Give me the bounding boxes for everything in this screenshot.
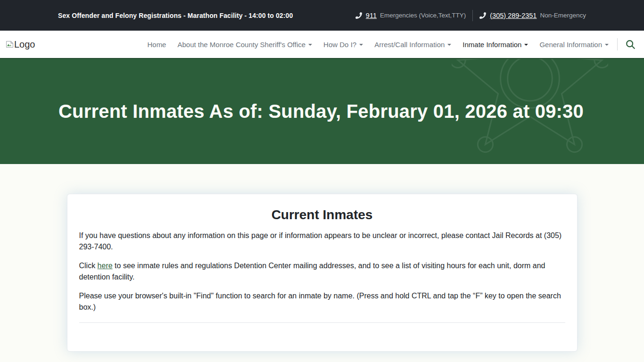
search-tip-paragraph: Please use your browser's built-in "Find… [79,290,565,313]
search-button[interactable] [622,37,638,51]
emergency-number-link[interactable]: 911 [366,12,377,19]
chevron-down-icon [605,44,609,46]
chevron-down-icon [359,44,363,46]
broken-image-icon [6,40,14,49]
top-alert-bar: Sex Offender and Felony Registrations - … [0,0,644,31]
nav-item-home[interactable]: Home [143,37,170,52]
phone-icon [479,12,486,19]
main-content: Current Inmates If you have questions ab… [0,164,644,362]
chevron-down-icon [524,44,528,46]
emergency-phone-group: 911 Emergencies (Voice,Text,TTY) [355,12,466,19]
nav-item-how-do-i[interactable]: How Do I? [320,37,367,52]
site-logo[interactable]: Logo [6,39,35,50]
phone-links: 911 Emergencies (Voice,Text,TTY) (305) 2… [355,10,586,21]
card-footer-spacer [79,323,565,337]
chevron-down-icon [308,44,312,46]
nav-item-inmate-information[interactable]: Inmate Information [459,37,532,52]
non-emergency-phone-group: (305) 289-2351 Non-Emergency [479,12,586,19]
nav-item-about[interactable]: About the Monroe County Sheriff's Office [173,37,316,52]
nav-item-general-information[interactable]: General Information [536,37,612,52]
phone-divider [472,10,473,21]
current-inmates-card: Current Inmates If you have questions ab… [67,194,578,352]
chevron-down-icon [447,44,451,46]
rules-paragraph: Click here to see inmate rules and regul… [79,260,565,283]
nav-item-arrest-call-information[interactable]: Arrest/Call Information [371,37,455,52]
here-link[interactable]: here [98,262,113,270]
search-icon [625,39,636,49]
phone-icon [355,12,362,19]
page-title: Current Inmates As of: Sunday, February … [0,101,584,122]
contact-paragraph: If you have questions about any informat… [79,230,565,253]
emergency-label: Emergencies (Voice,Text,TTY) [380,12,466,19]
main-navbar: Logo Home About the Monroe County Sherif… [0,31,644,58]
non-emergency-number-link[interactable]: (305) 289-2351 [490,12,537,19]
card-heading: Current Inmates [79,207,565,222]
nav-divider [617,38,618,50]
nav-menu: Home About the Monroe County Sheriff's O… [141,37,638,52]
logo-alt-text: Logo [14,39,35,50]
non-emergency-label: Non-Emergency [540,12,586,19]
facility-announcement: Sex Offender and Felony Registrations - … [58,12,293,19]
hero-banner: Current Inmates As of: Sunday, February … [0,58,644,164]
